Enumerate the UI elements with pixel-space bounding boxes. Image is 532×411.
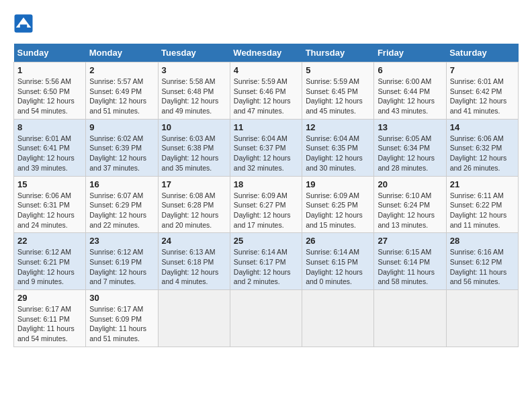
calendar-cell: 21Sunrise: 6:11 AM Sunset: 6:22 PM Dayli…: [446, 176, 518, 233]
calendar-cell: 5Sunrise: 5:59 AM Sunset: 6:45 PM Daylig…: [302, 62, 374, 120]
day-detail: Sunrise: 6:01 AM Sunset: 6:41 PM Dayligh…: [17, 134, 82, 173]
day-number: 13: [378, 122, 442, 132]
day-detail: Sunrise: 5:58 AM Sunset: 6:48 PM Dayligh…: [162, 77, 226, 116]
day-detail: Sunrise: 6:09 AM Sunset: 6:27 PM Dayligh…: [234, 191, 298, 230]
header-cell-friday: Friday: [374, 44, 446, 62]
day-detail: Sunrise: 6:12 AM Sunset: 6:21 PM Dayligh…: [17, 247, 82, 287]
calendar-cell: 28Sunrise: 6:16 AM Sunset: 6:12 PM Dayli…: [446, 233, 518, 290]
calendar-cell: [374, 290, 446, 347]
day-number: 28: [450, 236, 515, 246]
day-number: 9: [89, 122, 154, 132]
day-detail: Sunrise: 6:06 AM Sunset: 6:31 PM Dayligh…: [17, 191, 82, 230]
calendar-cell: [230, 290, 302, 347]
day-detail: Sunrise: 6:00 AM Sunset: 6:44 PM Dayligh…: [378, 77, 442, 116]
day-number: 7: [450, 65, 515, 75]
calendar-cell: [158, 290, 230, 347]
day-number: 16: [89, 179, 154, 189]
day-number: 5: [306, 65, 370, 75]
day-number: 24: [162, 236, 226, 246]
day-detail: Sunrise: 6:16 AM Sunset: 6:12 PM Dayligh…: [450, 247, 515, 287]
calendar-cell: 7Sunrise: 6:01 AM Sunset: 6:42 PM Daylig…: [446, 62, 518, 120]
day-number: 21: [450, 179, 515, 189]
calendar-cell: 23Sunrise: 6:12 AM Sunset: 6:19 PM Dayli…: [86, 233, 158, 290]
calendar-cell: 24Sunrise: 6:13 AM Sunset: 6:18 PM Dayli…: [158, 233, 230, 290]
day-detail: Sunrise: 6:11 AM Sunset: 6:22 PM Dayligh…: [450, 191, 515, 230]
calendar-cell: 25Sunrise: 6:14 AM Sunset: 6:17 PM Dayli…: [230, 233, 302, 290]
calendar-cell: 18Sunrise: 6:09 AM Sunset: 6:27 PM Dayli…: [230, 176, 302, 233]
day-detail: Sunrise: 6:04 AM Sunset: 6:37 PM Dayligh…: [234, 134, 298, 173]
calendar-cell: 3Sunrise: 5:58 AM Sunset: 6:48 PM Daylig…: [158, 62, 230, 120]
day-detail: Sunrise: 6:04 AM Sunset: 6:35 PM Dayligh…: [306, 134, 370, 173]
calendar-cell: 22Sunrise: 6:12 AM Sunset: 6:21 PM Dayli…: [14, 233, 86, 290]
day-detail: Sunrise: 6:09 AM Sunset: 6:25 PM Dayligh…: [306, 191, 370, 230]
calendar-cell: 10Sunrise: 6:03 AM Sunset: 6:38 PM Dayli…: [158, 119, 230, 176]
header-cell-sunday: Sunday: [14, 44, 86, 62]
calendar-cell: 13Sunrise: 6:05 AM Sunset: 6:34 PM Dayli…: [374, 119, 446, 176]
header-cell-thursday: Thursday: [302, 44, 374, 62]
calendar-cell: 8Sunrise: 6:01 AM Sunset: 6:41 PM Daylig…: [14, 119, 86, 176]
day-number: 14: [450, 122, 515, 132]
day-number: 19: [306, 179, 370, 189]
day-detail: Sunrise: 6:17 AM Sunset: 6:09 PM Dayligh…: [89, 304, 154, 344]
day-detail: Sunrise: 6:13 AM Sunset: 6:18 PM Dayligh…: [162, 247, 226, 287]
header-cell-saturday: Saturday: [446, 44, 518, 62]
day-number: 27: [378, 236, 442, 246]
header-cell-wednesday: Wednesday: [230, 44, 302, 62]
day-number: 26: [306, 236, 370, 246]
day-number: 22: [17, 236, 82, 246]
calendar-cell: 27Sunrise: 6:15 AM Sunset: 6:14 PM Dayli…: [374, 233, 446, 290]
day-detail: Sunrise: 5:56 AM Sunset: 6:50 PM Dayligh…: [17, 77, 82, 116]
calendar-cell: [446, 290, 518, 347]
day-detail: Sunrise: 6:05 AM Sunset: 6:34 PM Dayligh…: [378, 134, 442, 173]
day-detail: Sunrise: 5:59 AM Sunset: 6:45 PM Dayligh…: [306, 77, 370, 116]
day-number: 18: [234, 179, 298, 189]
day-detail: Sunrise: 6:17 AM Sunset: 6:11 PM Dayligh…: [17, 304, 82, 344]
logo: [13, 13, 36, 34]
calendar-cell: 16Sunrise: 6:07 AM Sunset: 6:29 PM Dayli…: [86, 176, 158, 233]
header-row: SundayMondayTuesdayWednesdayThursdayFrid…: [14, 44, 519, 62]
day-number: 3: [162, 65, 226, 75]
day-detail: Sunrise: 6:03 AM Sunset: 6:38 PM Dayligh…: [162, 134, 226, 173]
calendar-week-4: 22Sunrise: 6:12 AM Sunset: 6:21 PM Dayli…: [14, 233, 519, 290]
calendar-week-5: 29Sunrise: 6:17 AM Sunset: 6:11 PM Dayli…: [14, 290, 519, 347]
calendar-cell: 4Sunrise: 5:59 AM Sunset: 6:46 PM Daylig…: [230, 62, 302, 120]
day-detail: Sunrise: 6:06 AM Sunset: 6:32 PM Dayligh…: [450, 134, 515, 173]
calendar-cell: 19Sunrise: 6:09 AM Sunset: 6:25 PM Dayli…: [302, 176, 374, 233]
calendar-table: SundayMondayTuesdayWednesdayThursdayFrid…: [13, 44, 519, 347]
day-number: 17: [162, 179, 226, 189]
header-cell-monday: Monday: [86, 44, 158, 62]
day-detail: Sunrise: 5:59 AM Sunset: 6:46 PM Dayligh…: [234, 77, 298, 116]
calendar-week-2: 8Sunrise: 6:01 AM Sunset: 6:41 PM Daylig…: [14, 119, 519, 176]
day-number: 10: [162, 122, 226, 132]
day-detail: Sunrise: 6:02 AM Sunset: 6:39 PM Dayligh…: [89, 134, 154, 173]
calendar-cell: 26Sunrise: 6:14 AM Sunset: 6:15 PM Dayli…: [302, 233, 374, 290]
day-detail: Sunrise: 6:08 AM Sunset: 6:28 PM Dayligh…: [162, 191, 226, 230]
day-number: 29: [17, 293, 82, 303]
day-detail: Sunrise: 6:01 AM Sunset: 6:42 PM Dayligh…: [450, 77, 515, 116]
day-number: 12: [306, 122, 370, 132]
calendar-cell: [302, 290, 374, 347]
calendar-week-3: 15Sunrise: 6:06 AM Sunset: 6:31 PM Dayli…: [14, 176, 519, 233]
day-number: 11: [234, 122, 298, 132]
calendar-week-1: 1Sunrise: 5:56 AM Sunset: 6:50 PM Daylig…: [14, 62, 519, 120]
day-number: 23: [89, 236, 154, 246]
day-number: 20: [378, 179, 442, 189]
day-number: 30: [89, 293, 154, 303]
day-detail: Sunrise: 6:14 AM Sunset: 6:17 PM Dayligh…: [234, 247, 298, 287]
day-number: 1: [17, 65, 82, 75]
day-number: 15: [17, 179, 82, 189]
day-number: 8: [17, 122, 82, 132]
day-detail: Sunrise: 6:14 AM Sunset: 6:15 PM Dayligh…: [306, 247, 370, 287]
day-number: 6: [378, 65, 442, 75]
day-detail: Sunrise: 6:12 AM Sunset: 6:19 PM Dayligh…: [89, 247, 154, 287]
day-detail: Sunrise: 6:10 AM Sunset: 6:24 PM Dayligh…: [378, 191, 442, 230]
day-detail: Sunrise: 5:57 AM Sunset: 6:49 PM Dayligh…: [89, 77, 154, 116]
calendar-cell: 9Sunrise: 6:02 AM Sunset: 6:39 PM Daylig…: [86, 119, 158, 176]
calendar-cell: 2Sunrise: 5:57 AM Sunset: 6:49 PM Daylig…: [86, 62, 158, 120]
day-number: 25: [234, 236, 298, 246]
calendar-cell: 29Sunrise: 6:17 AM Sunset: 6:11 PM Dayli…: [14, 290, 86, 347]
page-header: [13, 13, 519, 34]
calendar-cell: 12Sunrise: 6:04 AM Sunset: 6:35 PM Dayli…: [302, 119, 374, 176]
header-cell-tuesday: Tuesday: [158, 44, 230, 62]
calendar-cell: 14Sunrise: 6:06 AM Sunset: 6:32 PM Dayli…: [446, 119, 518, 176]
